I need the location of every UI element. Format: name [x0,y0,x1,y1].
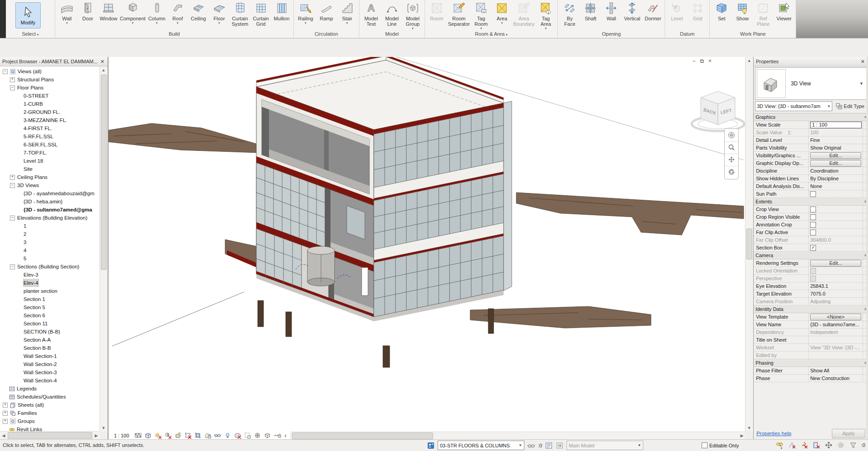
restore-view-button[interactable]: ⧉ [700,58,704,64]
show-crop-icon[interactable] [194,432,202,439]
close-icon[interactable]: ✕ [99,59,105,65]
ribbon-button-ramp[interactable]: Ramp [316,1,337,22]
tree-item-3d-ayaahmedabouzaid-gm[interactable]: {3D - ayaahmedabouzaid@gm [0,189,100,197]
ribbon-button-curtain-grid[interactable]: Curtain Grid [250,1,271,27]
close-view-button[interactable]: × [708,58,712,64]
section-header-identity-data[interactable]: Identity Data» [754,305,868,313]
displacement-icon[interactable] [264,432,271,439]
property-checkbox[interactable] [810,230,816,235]
property-edit-button[interactable]: Edit... [810,160,861,167]
ribbon-button-shaft[interactable]: Shaft [580,1,601,22]
navigation-bar[interactable] [724,128,739,179]
pan-icon[interactable] [725,154,738,166]
canvas-hscrollbar[interactable]: ▶ [291,432,746,440]
property-value[interactable]: 7075.0 [810,291,826,296]
section-header-camera[interactable]: Camera» [754,252,868,259]
ribbon-button-tag-area[interactable]: 1Tag Area▾ [535,1,556,30]
property-edit-button[interactable]: Edit... [810,152,861,159]
move-cursor-icon[interactable] [825,441,833,449]
selection-filter-icon[interactable] [849,441,857,449]
tree-item-section-5[interactable]: Section 5 [0,303,100,311]
reveal-hidden-icon[interactable] [214,432,222,439]
panel-label-build[interactable]: Build [55,31,293,38]
property-checkbox[interactable] [810,191,816,197]
crop-view-icon[interactable] [184,432,192,439]
canvas-vscrollbar[interactable]: ▲ ▼ [745,57,753,432]
property-checkbox[interactable] [810,222,816,228]
collapse-icon[interactable]: − [10,264,15,269]
tree-item-floor-plans[interactable]: −Floor Plans [0,84,100,92]
design-options-list-icon[interactable] [545,442,553,450]
lock-view-icon[interactable] [204,432,212,439]
ribbon-button-model-line[interactable]: Model Line [382,1,402,27]
section-header-extents[interactable]: Extents» [754,198,868,206]
property-edit-button[interactable]: <None> [810,314,861,320]
section-header-phasing[interactable]: Phasing» [754,359,868,367]
tree-item-1[interactable]: 1 [0,222,100,230]
project-browser-vscrollbar[interactable]: ▲ ▼ [99,66,108,432]
editable-only-checkbox[interactable] [702,442,708,448]
instance-selector-combo[interactable]: 3D View: {3D - sultanmo7am▼ [755,101,832,111]
tree-item-section-6[interactable]: Section 6 [0,311,100,319]
expand-icon[interactable]: + [3,411,8,416]
property-checkbox[interactable] [810,207,816,212]
tree-item-3[interactable]: 3 [0,238,100,246]
ribbon-button-door[interactable]: Door [77,1,98,22]
property-checkbox[interactable]: ✓ [810,245,816,251]
tree-item-groups[interactable]: +Groups [0,417,100,425]
tree-item-planter-section[interactable]: planter section [0,287,100,295]
tree-item-1-curb[interactable]: 1-CURB [0,100,100,108]
ribbon-button-stair[interactable]: Stair▾ [337,1,358,25]
panel-label-circulation[interactable]: Circulation [294,31,359,38]
panel-label-work-plane[interactable]: Work Plane [710,31,796,38]
collapse-icon[interactable]: − [10,216,15,221]
scroll-down-icon[interactable]: ▼ [100,424,107,432]
property-value[interactable]: By Discipline [810,176,839,181]
tree-item-section-11[interactable]: Section 11 [0,319,100,328]
tree-item-sheets-all[interactable]: +Sheets (all) [0,401,100,409]
property-value[interactable]: New Construction [810,376,849,381]
ribbon-button-model-text[interactable]: AModel Text [361,1,382,27]
view-properties-icon[interactable] [244,432,251,439]
apply-button[interactable]: Apply [832,429,865,438]
scroll-up-icon[interactable]: ▲ [745,57,753,64]
panel-label-datum[interactable]: Datum [665,31,709,38]
property-value[interactable]: Show Original [810,145,841,150]
ribbon-button-roof[interactable]: Roof▾ [167,1,188,25]
close-icon[interactable]: ✕ [860,59,866,65]
tree-item-wall-section-1[interactable]: Wall Section-1 [0,352,100,360]
ribbon-button-wall[interactable]: Wall [601,1,622,22]
tree-item-legends[interactable]: Legends [0,385,100,393]
exclusion-icon[interactable] [812,441,821,449]
building-model[interactable] [256,57,512,321]
collapse-icon[interactable]: − [3,69,8,74]
scroll-left-icon[interactable]: ◀ [0,432,7,439]
tree-item-ceiling-plans[interactable]: +Ceiling Plans [0,173,100,181]
temporary-hide-icon[interactable] [224,432,231,439]
scroll-right-icon[interactable]: ▶ [738,432,745,439]
expand-icon[interactable]: + [10,175,15,180]
tree-item-revit-links[interactable]: Revit Links [0,425,100,432]
active-workset-combo[interactable]: 03-STR FLOORS & COLUMNS▼ [438,441,524,450]
tree-item-wall-section-3[interactable]: Wall Section-3 [0,368,100,376]
design-option-combo[interactable]: Main Model▼ [566,441,643,450]
ribbon-button-viewer[interactable]: Viewer [774,1,794,22]
ribbon-button-component[interactable]: Component▾ [119,1,146,25]
ribbon-button-tag-room[interactable]: 1Tag Room▾ [471,1,491,30]
edit-type-button[interactable]: Edit Type [834,102,867,110]
tree-item-section-a-a[interactable]: Section A-A [0,336,100,344]
project-browser-hscrollbar[interactable]: ◀ ▶ [0,431,100,439]
release-worksets-icon[interactable] [776,441,784,449]
tree-item-section-1[interactable]: Section 1 [0,295,100,303]
ribbon-button-area[interactable]: Area▾ [491,1,512,25]
view-scale-button[interactable]: 1 : 100 [111,433,132,438]
property-edit-button[interactable]: Edit... [810,260,861,267]
properties-header[interactable]: Properties ✕ [754,57,868,66]
property-value[interactable]: Coordination [810,168,838,174]
ribbon-button-railing[interactable]: Railing▾ [295,1,316,25]
property-value[interactable]: {3D - sultanmo7ame... [810,322,859,327]
constraints-icon[interactable] [274,432,281,439]
unpin-warning-icon[interactable] [800,441,808,449]
orbit-icon[interactable] [725,166,738,178]
scroll-down-icon[interactable]: ▼ [745,424,753,432]
